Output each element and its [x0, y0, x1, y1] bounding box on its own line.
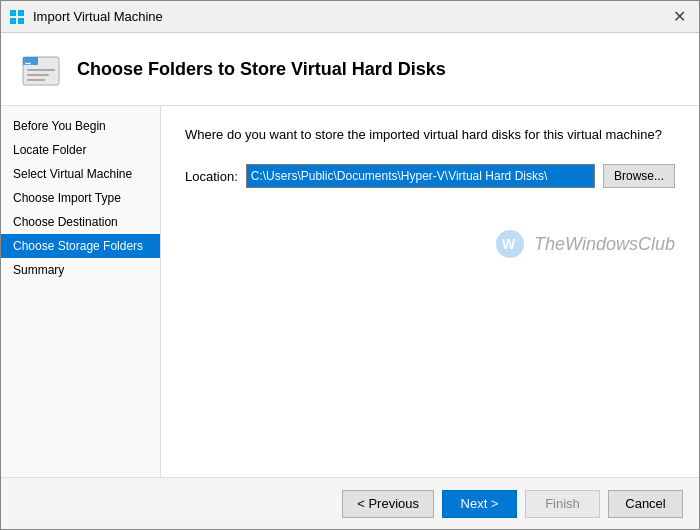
close-button[interactable]: ✕: [667, 5, 691, 29]
previous-button[interactable]: < Previous: [342, 490, 434, 518]
sidebar-item-select-virtual-machine[interactable]: Select Virtual Machine: [1, 162, 160, 186]
svg-rect-2: [10, 18, 16, 24]
title-bar-text: Import Virtual Machine: [33, 9, 667, 24]
svg-rect-3: [18, 18, 24, 24]
page-title: Choose Folders to Store Virtual Hard Dis…: [77, 59, 446, 80]
location-row: Location: Browse...: [185, 164, 675, 188]
cancel-button[interactable]: Cancel: [608, 490, 683, 518]
header-section: ↦ Choose Folders to Store Virtual Hard D…: [1, 33, 699, 106]
description-text: Where do you want to store the imported …: [185, 126, 675, 144]
watermark-text: TheWindowsClub: [534, 234, 675, 255]
svg-text:↦: ↦: [25, 60, 31, 67]
footer: < Previous Next > Finish Cancel: [1, 477, 699, 529]
title-bar: Import Virtual Machine ✕: [1, 1, 699, 33]
svg-rect-8: [27, 74, 49, 76]
svg-rect-9: [27, 79, 45, 81]
sidebar-item-before-you-begin[interactable]: Before You Begin: [1, 114, 160, 138]
watermark: W TheWindowsClub: [185, 228, 675, 260]
import-virtual-machine-window: Import Virtual Machine ✕ ↦ Choose Folder…: [0, 0, 700, 530]
watermark-icon: W: [494, 228, 526, 260]
svg-text:W: W: [502, 236, 516, 252]
finish-button[interactable]: Finish: [525, 490, 600, 518]
sidebar: Before You Begin Locate Folder Select Vi…: [1, 106, 161, 477]
svg-rect-1: [18, 10, 24, 16]
location-label: Location:: [185, 169, 238, 184]
svg-rect-0: [10, 10, 16, 16]
location-input[interactable]: [246, 164, 595, 188]
sidebar-item-summary[interactable]: Summary: [1, 258, 160, 282]
svg-rect-7: [27, 69, 55, 71]
sidebar-item-locate-folder[interactable]: Locate Folder: [1, 138, 160, 162]
sidebar-item-choose-destination[interactable]: Choose Destination: [1, 210, 160, 234]
browse-button[interactable]: Browse...: [603, 164, 675, 188]
next-button[interactable]: Next >: [442, 490, 517, 518]
content-area: Before You Begin Locate Folder Select Vi…: [1, 106, 699, 477]
window-icon: [9, 9, 25, 25]
sidebar-item-choose-import-type[interactable]: Choose Import Type: [1, 186, 160, 210]
main-panel: Where do you want to store the imported …: [161, 106, 699, 477]
sidebar-item-choose-storage-folders[interactable]: Choose Storage Folders: [1, 234, 160, 258]
header-icon: ↦: [21, 49, 61, 89]
